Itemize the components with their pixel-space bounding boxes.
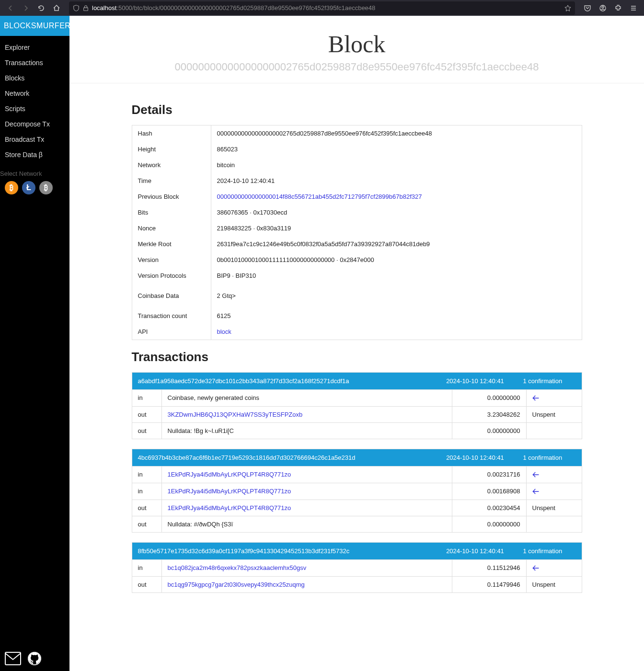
details-table: Hash00000000000000000002765d0259887d8e95… (132, 125, 582, 340)
arrow-left-icon[interactable]: 🡠 (532, 488, 539, 495)
back-button[interactable] (4, 1, 17, 15)
tx-amount: 0.00230454 (452, 500, 527, 516)
tx-row: out1EkPdRJya4i5dMbAyLrKPQLPT4R8Q771zo0.0… (132, 500, 582, 516)
detail-prevblock-label: Previous Block (132, 189, 211, 205)
arrow-left-icon[interactable]: 🡠 (532, 471, 539, 478)
extensions-icon[interactable] (611, 1, 625, 15)
tx-address-link[interactable]: bc1qg975kgpcg7gar2t03l0svepy439thcx25zuq… (168, 581, 305, 588)
nav-network[interactable]: Network (0, 86, 69, 101)
tx-amount: 0.00231716 (452, 466, 527, 483)
tx-header: a6abdf1a958aedc572de327dbc101c2bb343a872… (132, 373, 582, 389)
tx-hash[interactable]: 8fb50e5717e1735d32c6d39a0cf1197a3f9c9413… (138, 547, 427, 555)
hero: Block 00000000000000000002765d0259887d8e… (69, 16, 644, 83)
tx-header: 4bc6937b4b3cbe87ac6f6b1ec7719e5293c1816d… (132, 449, 582, 466)
detail-api-label: API (132, 324, 211, 340)
detail-txcount-label: Transaction count (132, 308, 211, 324)
arrow-left-icon[interactable]: 🡠 (532, 564, 539, 572)
transactions-heading: Transactions (132, 350, 582, 364)
tx-date: 2024-10-10 12:40:41 (427, 377, 523, 385)
mail-icon[interactable] (5, 652, 21, 665)
detail-hash-value: 00000000000000000002765d0259887d8e9550ee… (211, 125, 582, 142)
tx-date: 2024-10-10 12:40:41 (427, 547, 523, 555)
tx-address-link[interactable]: bc1q082jca2m48r6qxekx782psxzkaaclemhx50g… (168, 564, 307, 571)
detail-height-label: Height (132, 141, 211, 157)
tx-amount: 0.11479946 (452, 577, 527, 592)
tx-amount: 0.00000000 (452, 390, 527, 406)
details-heading: Details (132, 102, 582, 117)
svg-rect-3 (5, 652, 21, 665)
detail-version-label: Version (132, 252, 211, 268)
tx-direction: in (132, 466, 162, 483)
tx-row: in1EkPdRJya4i5dMbAyLrKPQLPT4R8Q771zo0.00… (132, 483, 582, 500)
detail-nonce-label: Nonce (132, 220, 211, 236)
tx-status-text: Unspent (532, 581, 555, 588)
tx-address-link[interactable]: 1EkPdRJya4i5dMbAyLrKPQLPT4R8Q771zo (168, 488, 291, 495)
forward-button[interactable] (19, 1, 33, 15)
brand-logo[interactable]: BLOCKSMURFER (0, 16, 69, 36)
tx-address-link[interactable]: 1EkPdRJya4i5dMbAyLrKPQLPT4R8Q771zo (168, 471, 291, 478)
nav-scripts[interactable]: Scripts (0, 101, 69, 116)
detail-versionproto-label: Version Protocols (132, 268, 211, 284)
tx-amount: 0.00000000 (452, 423, 527, 439)
tx-row: outbc1qg975kgpcg7gar2t03l0svepy439thcx25… (132, 576, 582, 592)
tx-address-link[interactable]: 1EkPdRJya4i5dMbAyLrKPQLPT4R8Q771zo (168, 504, 291, 512)
account-icon[interactable] (596, 1, 610, 15)
nav-transactions[interactable]: Transactions (0, 55, 69, 70)
page-title: Block (79, 30, 634, 58)
pocket-icon[interactable] (581, 1, 594, 15)
reload-button[interactable] (34, 1, 48, 15)
tx-confirmations: 1 confirmation (523, 454, 576, 461)
detail-bits-value: 386076365 · 0x17030ecd (211, 205, 582, 220)
detail-coinbase-label: Coinbase Data (132, 284, 211, 308)
tx-block: 8fb50e5717e1735d32c6d39a0cf1197a3f9c9413… (132, 542, 582, 593)
detail-nonce-value: 2198483225 · 0x830a3119 (211, 220, 582, 236)
home-button[interactable] (50, 1, 63, 15)
tx-hash[interactable]: a6abdf1a958aedc572de327dbc101c2bb343a872… (138, 377, 427, 385)
tx-block: 4bc6937b4b3cbe87ac6f6b1ec7719e5293c1816d… (132, 449, 582, 533)
detail-time-value: 2024-10-10 12:40:41 (211, 173, 582, 189)
sidebar-footer (0, 646, 69, 671)
url-text: localhost:5000/btc/block/000000000000000… (92, 4, 375, 11)
tx-header: 8fb50e5717e1735d32c6d39a0cf1197a3f9c9413… (132, 543, 582, 559)
nav-store-data[interactable]: Store Data β (0, 147, 69, 162)
github-icon[interactable] (28, 652, 41, 665)
network-btc[interactable]: ₿ (5, 181, 18, 194)
network-ltc[interactable]: Ł (22, 181, 35, 194)
tx-direction: out (132, 516, 162, 532)
tx-date: 2024-10-10 12:40:41 (427, 454, 523, 461)
arrow-left-icon[interactable]: 🡠 (532, 394, 539, 402)
tx-row: outNulldata: !Bg k~l.uR1i[C0.00000000 (132, 422, 582, 439)
nav-list: Explorer Transactions Blocks Network Scr… (0, 36, 69, 166)
tx-hash[interactable]: 4bc6937b4b3cbe87ac6f6b1ec7719e5293c1816d… (138, 454, 427, 461)
tx-row: outNulldata: #/ðwDQh {S3ï0.00000000 (132, 516, 582, 532)
tx-amount: 0.00168908 (452, 483, 527, 500)
detail-bits-label: Bits (132, 205, 211, 220)
tx-direction: out (132, 407, 162, 422)
tx-confirmations: 1 confirmation (523, 377, 576, 385)
nav-explorer[interactable]: Explorer (0, 40, 69, 55)
detail-versionproto-value: BIP9 · BIP310 (211, 268, 582, 284)
detail-height-value: 865023 (211, 141, 582, 157)
tx-status-text: Unspent (532, 504, 555, 512)
tx-row: inCoinbase, newly generated coins0.00000… (132, 389, 582, 406)
bookmark-star-icon[interactable] (564, 5, 571, 11)
network-bch[interactable]: ₿ (39, 181, 53, 194)
shield-icon (73, 5, 80, 11)
detail-hash-label: Hash (132, 125, 211, 142)
detail-network-label: Network (132, 157, 211, 173)
menu-icon[interactable] (627, 1, 640, 15)
tx-status-text: Unspent (532, 411, 555, 418)
nav-blocks[interactable]: Blocks (0, 70, 69, 86)
tx-direction: out (132, 423, 162, 439)
detail-prevblock-link[interactable]: 0000000000000000014f88c556721ab455d2fc71… (217, 193, 422, 200)
url-bar[interactable]: localhost:5000/btc/block/000000000000000… (69, 1, 575, 15)
detail-txcount-value: 6125 (211, 308, 582, 324)
nav-broadcast-tx[interactable]: Broadcast Tx (0, 132, 69, 147)
tx-address-text: Nulldata: #/ðwDQh {S3ï (168, 521, 233, 528)
nav-decompose-tx[interactable]: Decompose Tx (0, 116, 69, 132)
sidebar: BLOCKSMURFER Explorer Transactions Block… (0, 16, 69, 671)
tx-address-link[interactable]: 3KZDwmJHB6QJ13QPXHaW7SS3yTESFPZoxb (168, 411, 303, 418)
detail-api-link[interactable]: block (217, 328, 231, 335)
detail-merkle-value: 2631f9ea7c1c9c1246e49b5c0f0832f0a5a5d5fd… (211, 236, 582, 252)
tx-address-text: Coinbase, newly generated coins (168, 394, 260, 401)
